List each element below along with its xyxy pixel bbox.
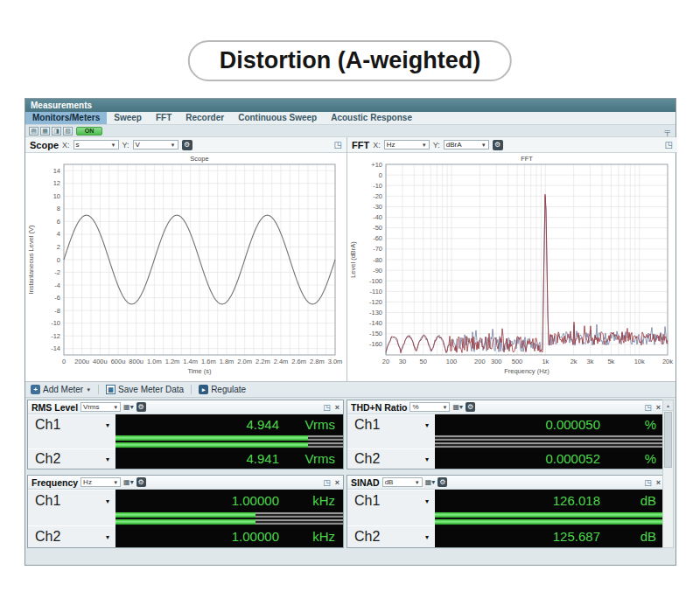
rms-ch2-label[interactable]: Ch2▾ [28,448,116,469]
rms-ch1-bar [116,435,343,441]
meters-scrollbar[interactable]: ▲ [662,400,674,548]
close-icon[interactable]: × [333,403,340,412]
thdn-ch1-label[interactable]: Ch1▾ [347,414,435,435]
scrollbar-thumb[interactable] [664,412,672,468]
sinad-ch1-label[interactable]: Ch1▾ [347,490,435,511]
meter-display-mode-icon[interactable]: ▦▾ [123,403,134,411]
frequency-header: Frequency Hz▼ ▦▾ ⚙ ◳ × [28,476,343,490]
scope-settings-icon[interactable]: ⚙ [182,140,192,150]
scope-popout-icon[interactable]: ◳ [334,140,342,150]
frequency-ch1-label[interactable]: Ch1▾ [28,490,116,511]
svg-text:200: 200 [474,358,486,365]
tab-sweep[interactable]: Sweep [107,112,149,124]
svg-text:-40: -40 [373,213,382,221]
scope-y-unit-select[interactable]: V▼ [133,140,178,150]
meter-settings-icon[interactable]: ⚙ [466,402,475,412]
meter-settings-icon[interactable]: ⚙ [136,477,146,487]
regulate-button[interactable]: ▸ Regulate [197,385,248,394]
sinad-ch1-display: 126.018 dB [435,490,664,511]
toolbar-separator [98,385,99,394]
fft-settings-icon[interactable]: ⚙ [493,140,503,150]
sinad-ch2-label[interactable]: Ch2▾ [347,525,435,547]
rms-ch1-display: 4.944 Vrms [116,414,343,435]
scope-x-unit-select[interactable]: s▼ [74,140,119,150]
svg-text:-8: -8 [54,307,60,315]
scroll-up-icon[interactable]: ▲ [663,400,673,411]
close-icon[interactable]: × [654,403,661,412]
svg-text:800u: 800u [129,358,144,365]
rms-ch2-bar [116,442,343,448]
svg-text:-30: -30 [373,203,382,211]
popout-icon[interactable]: ◳ [323,478,331,487]
thdn-ch2-label[interactable]: Ch2▾ [347,448,435,469]
svg-text:-130: -130 [369,309,382,316]
rms-ch1-label[interactable]: Ch1▾ [28,414,116,435]
svg-text:2.2m: 2.2m [256,358,270,365]
scope-x-label: X: [62,141,70,150]
svg-text:2.4m: 2.4m [274,358,289,365]
tab-acoustic-response[interactable]: Acoustic Response [324,112,419,124]
meter-display-mode-icon[interactable]: ▦▾ [123,478,134,486]
rms-ch2-row: Ch2▾ 4.941 Vrms [28,448,343,469]
svg-text:0: 0 [57,256,60,264]
page: Distortion (A-weighted) Measurements Mon… [0,0,700,598]
chevron-down-icon: ▾ [425,421,429,429]
monitors-on-toggle[interactable]: ON [76,127,102,136]
fft-y-unit-select[interactable]: dBrA▼ [444,140,489,150]
regulate-icon: ▸ [199,385,208,394]
rms-ch1-row: Ch1▾ 4.944 Vrms [28,414,343,435]
meter-settings-icon[interactable]: ⚙ [438,477,447,487]
svg-text:-140: -140 [369,319,382,327]
svg-text:100: 100 [446,358,458,365]
chevron-down-icon: ▼ [443,405,448,410]
sinad-unit-select[interactable]: dB▼ [382,477,423,487]
meter-display-mode-icon[interactable]: ▦▾ [452,403,463,411]
svg-text:14: 14 [53,167,60,175]
frequency-unit-select[interactable]: Hz▼ [80,477,121,487]
svg-text:6: 6 [57,218,60,226]
layout-single-icon[interactable]: ▤ [29,127,38,136]
tab-continuous-sweep[interactable]: Continuous Sweep [231,112,324,124]
svg-text:2.0m: 2.0m [237,358,252,365]
svg-text:FFT: FFT [521,155,533,163]
chevron-down-icon: ▼ [113,480,118,485]
add-meter-button[interactable]: + Add Meter ▼ [29,385,93,394]
popout-icon[interactable]: ◳ [644,478,652,487]
chevron-down-icon: ▾ [106,497,109,505]
tab-monitors-meters[interactable]: Monitors/Meters [25,112,107,124]
layout-panes-icon[interactable]: ▧ [63,127,73,136]
svg-text:-150: -150 [369,330,382,337]
svg-text:500: 500 [512,358,523,365]
fft-x-unit-select[interactable]: Hz▼ [384,140,430,150]
rms-header: RMS Level Vrms▼ ▦▾ ⚙ ◳ × [28,400,343,414]
svg-text:20: 20 [382,358,389,365]
thdn-ch1-row: Ch1▾ 0.000050 % [347,414,664,435]
fft-panel-title: FFT [352,140,369,150]
meter-panel-thdn-ratio: THD+N Ratio %▼ ▦▾ ⚙ ◳ × Ch1▾ 0.000050 % [346,400,665,469]
toolbar-separator [191,385,192,394]
meter-display-mode-icon[interactable]: ▦▾ [425,478,436,486]
thdn-unit-select[interactable]: %▼ [410,402,450,412]
meter-settings-icon[interactable]: ⚙ [136,402,146,412]
thdn-ch2-display: 0.000052 % [435,448,664,469]
layout-split-icon[interactable]: ◨ [52,127,61,136]
auto-hide-pin-icon[interactable]: ╤ [665,127,672,136]
scope-panel-title: Scope [30,140,59,150]
rms-unit-select[interactable]: Vrms▼ [80,402,121,412]
tab-fft[interactable]: FFT [149,112,178,124]
popout-icon[interactable]: ◳ [323,403,331,412]
frequency-ch2-row: Ch2▾ 1.00000 kHz [28,525,343,547]
svg-text:2: 2 [57,243,60,251]
fft-panel: FFT X: Hz▼ Y: dBrA▼ ⚙ ◳ FFT+100-10-20-30… [347,137,677,381]
frequency-ch2-label[interactable]: Ch2▾ [28,525,116,547]
layout-grid-icon[interactable]: ▦ [40,127,50,136]
close-icon[interactable]: × [333,478,340,487]
chevron-down-icon: ▼ [171,143,176,148]
tab-recorder[interactable]: Recorder [178,112,231,124]
svg-text:1k: 1k [542,358,549,365]
fft-popout-icon[interactable]: ◳ [665,140,673,150]
close-icon[interactable]: × [654,478,661,487]
svg-text:Frequency (Hz): Frequency (Hz) [504,367,550,375]
save-meter-data-button[interactable]: ▦ Save Meter Data [104,385,186,394]
popout-icon[interactable]: ◳ [644,403,652,412]
